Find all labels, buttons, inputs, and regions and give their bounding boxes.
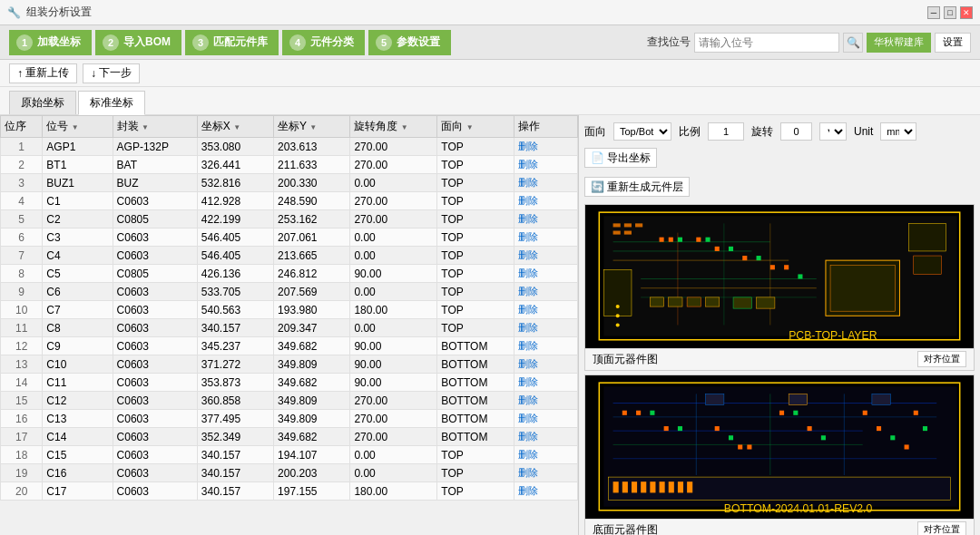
- svg-rect-7: [635, 223, 642, 227]
- delete-link[interactable]: 删除: [518, 449, 538, 460]
- cell-angle: 0.00: [350, 464, 437, 482]
- step-2-label: 导入BOM: [123, 34, 171, 50]
- step-3[interactable]: 3 匹配元件库: [185, 30, 279, 55]
- right-panel: 面向 Top/Bot 比例 旋转 ▼ Unit mm 📄 导出坐标: [579, 115, 980, 535]
- svg-point-40: [616, 305, 620, 308]
- tab-standard[interactable]: 标准坐标: [78, 91, 145, 115]
- svg-point-41: [616, 314, 620, 317]
- align-bottom-button[interactable]: 对齐位置: [917, 521, 966, 535]
- step-bar: 1 加载坐标 2 导入BOM 3 匹配元件库 4 元件分类 5 参数设置 查找位…: [0, 25, 980, 60]
- cell-index: 1: [1, 138, 43, 156]
- rotate-select[interactable]: ▼: [819, 122, 847, 141]
- close-button[interactable]: ✕: [960, 6, 973, 19]
- table-row: 1 AGP1 AGP-132P 353.080 203.613 270.00 T…: [1, 138, 578, 156]
- svg-rect-31: [798, 274, 802, 278]
- huaqiu-button[interactable]: 华秋帮建库: [867, 33, 931, 53]
- unit-select[interactable]: mm: [880, 122, 916, 141]
- delete-link[interactable]: 删除: [518, 213, 538, 224]
- delete-link[interactable]: 删除: [518, 304, 538, 315]
- cell-angle: 270.00: [350, 210, 437, 229]
- svg-rect-56: [687, 482, 692, 492]
- th-x[interactable]: 坐标X ▼: [197, 116, 273, 138]
- th-position[interactable]: 位号 ▼: [43, 116, 113, 138]
- delete-link[interactable]: 删除: [518, 413, 538, 423]
- tab-original[interactable]: 原始坐标: [9, 91, 76, 114]
- delete-link[interactable]: 删除: [518, 268, 538, 278]
- cell-side: TOP: [437, 482, 514, 501]
- step-4[interactable]: 4 元件分类: [282, 30, 365, 55]
- delete-link[interactable]: 删除: [518, 467, 538, 478]
- cell-y: 200.330: [274, 174, 350, 192]
- svg-rect-69: [678, 426, 682, 431]
- delete-link[interactable]: 删除: [518, 376, 538, 387]
- svg-rect-38: [909, 223, 946, 251]
- table-row: 14 C11 C0603 353.873 349.682 90.00 BOTTO…: [1, 374, 578, 392]
- cell-action: 删除: [514, 464, 577, 482]
- scale-input[interactable]: [708, 122, 744, 141]
- delete-link[interactable]: 删除: [518, 431, 538, 442]
- cell-type: C0603: [113, 464, 197, 482]
- delete-link[interactable]: 删除: [518, 286, 538, 297]
- regen-button[interactable]: 🔄 重新生成元件层: [584, 177, 690, 197]
- svg-rect-30: [784, 265, 789, 269]
- svg-rect-79: [877, 426, 881, 431]
- delete-link[interactable]: 删除: [518, 249, 538, 260]
- step-5[interactable]: 5 参数设置: [368, 30, 451, 55]
- delete-link[interactable]: 删除: [518, 485, 538, 496]
- cell-index: 5: [1, 210, 43, 229]
- settings-button[interactable]: 设置: [935, 33, 971, 53]
- delete-link[interactable]: 删除: [518, 394, 538, 405]
- view-select[interactable]: Top/Bot: [613, 122, 671, 141]
- export-button[interactable]: 📄 导出坐标: [584, 148, 657, 168]
- svg-rect-65: [622, 411, 627, 415]
- svg-rect-21: [669, 238, 673, 242]
- svg-rect-75: [793, 411, 798, 415]
- cell-y: 213.665: [274, 247, 350, 265]
- bottom-pcb-image[interactable]: BOTTOM-2024.01.01-REV2.0: [585, 375, 974, 519]
- cell-pos: C17: [43, 482, 113, 501]
- cell-index: 13: [1, 355, 43, 374]
- th-side[interactable]: 面向 ▼: [437, 116, 514, 138]
- delete-link[interactable]: 删除: [518, 340, 538, 351]
- svg-rect-74: [779, 411, 784, 415]
- svg-rect-55: [678, 482, 683, 492]
- cell-type: C0603: [113, 337, 197, 355]
- cell-action: 删除: [514, 247, 577, 265]
- search-input[interactable]: [694, 33, 839, 53]
- reupload-button[interactable]: ↑ 重新上传: [9, 63, 77, 83]
- delete-link[interactable]: 删除: [518, 358, 538, 369]
- minimize-button[interactable]: ─: [927, 6, 940, 19]
- th-type[interactable]: 封装 ▼: [113, 116, 197, 138]
- next-button[interactable]: ↓ 下一步: [83, 63, 140, 83]
- top-pcb-image[interactable]: PCB-TOP-LAYER: [585, 205, 974, 348]
- delete-link[interactable]: 删除: [518, 195, 538, 206]
- top-view-label: 顶面元器件图: [593, 352, 658, 367]
- cell-x: 353.080: [197, 138, 273, 156]
- delete-link[interactable]: 删除: [518, 141, 538, 151]
- step-1[interactable]: 1 加载坐标: [9, 30, 92, 55]
- cell-x: 422.199: [197, 210, 273, 229]
- th-angle[interactable]: 旋转角度 ▼: [350, 116, 437, 138]
- cell-angle: 90.00: [350, 337, 437, 355]
- search-button[interactable]: 🔍: [843, 33, 863, 53]
- cell-angle: 270.00: [350, 138, 437, 156]
- export-icon: 📄: [591, 151, 604, 164]
- delete-link[interactable]: 删除: [518, 231, 538, 242]
- align-top-button[interactable]: 对齐位置: [917, 351, 966, 367]
- svg-rect-50: [632, 482, 637, 492]
- cell-side: TOP: [437, 192, 514, 210]
- th-action: 操作: [514, 116, 577, 138]
- delete-link[interactable]: 删除: [518, 159, 538, 170]
- cell-angle: 0.00: [350, 446, 437, 464]
- title-bar-controls[interactable]: ─ □ ✕: [927, 6, 973, 19]
- delete-link[interactable]: 删除: [518, 322, 538, 333]
- delete-link[interactable]: 删除: [518, 177, 538, 188]
- rotate-input[interactable]: [780, 122, 812, 141]
- cell-y: 193.980: [274, 301, 350, 319]
- maximize-button[interactable]: □: [944, 6, 956, 19]
- table-scroll[interactable]: 位序 位号 ▼ 封装 ▼ 坐标X ▼ 坐标Y ▼ 旋转角度 ▼ 面向 ▼ 操作 …: [0, 115, 578, 535]
- th-y[interactable]: 坐标Y ▼: [274, 116, 350, 138]
- cell-type: C0603: [113, 247, 197, 265]
- cell-angle: 90.00: [350, 374, 437, 392]
- step-2[interactable]: 2 导入BOM: [95, 30, 181, 55]
